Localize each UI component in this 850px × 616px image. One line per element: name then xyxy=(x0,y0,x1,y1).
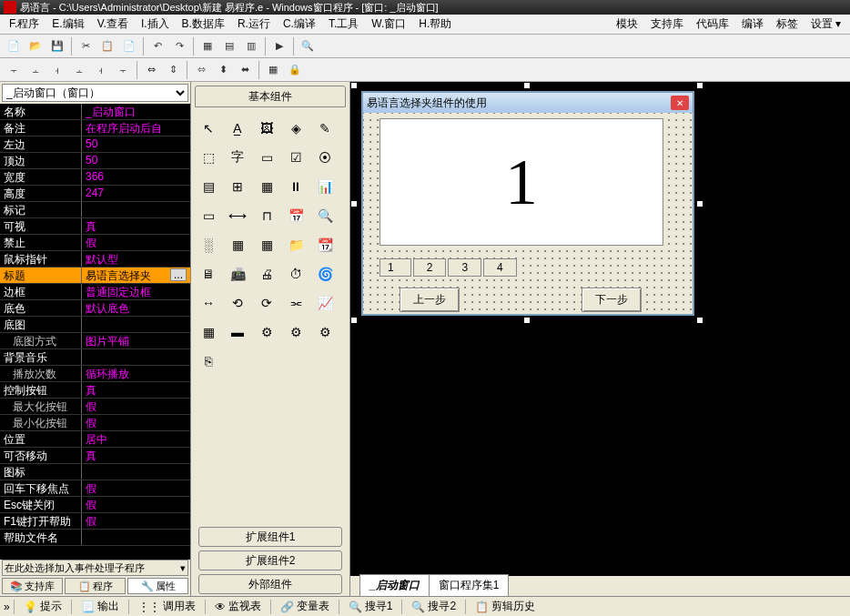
property-value[interactable]: 247 xyxy=(82,186,190,201)
tab-properties[interactable]: 🔧属性 xyxy=(127,578,188,594)
property-value[interactable]: 循环播放 xyxy=(82,366,190,381)
object-selector[interactable]: _启动窗口（窗口） xyxy=(2,84,188,102)
property-row[interactable]: 边框普通固定边框 xyxy=(0,284,190,300)
property-value[interactable]: 假 xyxy=(82,513,190,529)
property-value[interactable]: 在程序启动后自 xyxy=(82,120,190,136)
bottom-cliphistory[interactable]: 📋剪辑历史 xyxy=(470,597,541,616)
layout1-button[interactable]: ▦ xyxy=(197,36,218,56)
component-item-10[interactable]: ▤ xyxy=(197,175,220,198)
component-item-23[interactable]: 📁 xyxy=(284,233,308,257)
property-value[interactable]: 居中 xyxy=(82,431,190,447)
designer-tab-programset[interactable]: 窗口程序集1 xyxy=(429,574,510,596)
align-right-icon[interactable]: ⫞ xyxy=(47,60,67,80)
property-value[interactable]: 真 xyxy=(82,218,190,234)
save-button[interactable]: 💾 xyxy=(47,36,67,56)
property-row[interactable]: 宽度366 xyxy=(0,169,190,186)
bottom-output[interactable]: 📃输出 xyxy=(76,597,125,616)
bottom-vars[interactable]: 🔗变量表 xyxy=(275,597,335,616)
bottom-search1[interactable]: 🔍搜寻1 xyxy=(343,597,399,616)
property-grid[interactable]: 名称_启动窗口备注在程序启动后自左边50顶边50宽度366高度247标记可视真禁… xyxy=(0,104,190,560)
close-icon[interactable]: ✕ xyxy=(671,96,689,110)
component-item-33[interactable]: ⫘ xyxy=(284,291,308,315)
align-top-icon[interactable]: ⫠ xyxy=(69,60,89,80)
property-row[interactable]: 底图 xyxy=(0,317,190,333)
property-row[interactable]: 备注在程序启动后自 xyxy=(0,120,190,136)
tab-support[interactable]: 📚支持库 xyxy=(2,578,63,594)
menu-run[interactable]: R.运行 xyxy=(232,15,276,34)
external-comp[interactable]: 外部组件 xyxy=(198,574,342,594)
menu-view[interactable]: V.查看 xyxy=(92,15,134,34)
component-item-31[interactable]: ⟲ xyxy=(226,291,249,315)
property-row[interactable]: 位置居中 xyxy=(0,431,190,448)
property-row[interactable]: 可视真 xyxy=(0,218,190,235)
menu-insert[interactable]: I.插入 xyxy=(136,15,175,34)
component-item-18[interactable]: 📅 xyxy=(284,204,308,227)
component-item-37[interactable]: ⚙ xyxy=(255,320,278,344)
property-value[interactable]: 假 xyxy=(82,399,190,414)
menu-tags[interactable]: 标签 xyxy=(771,15,804,34)
layout2-button[interactable]: ▤ xyxy=(219,36,239,56)
align-left-icon[interactable]: ⫟ xyxy=(4,60,24,80)
property-row[interactable]: 控制按钮真 xyxy=(0,382,190,399)
component-header[interactable]: 基本组件 xyxy=(195,86,346,107)
component-item-5[interactable]: ⬚ xyxy=(197,146,220,169)
component-item-28[interactable]: ⏱ xyxy=(284,262,308,286)
property-value[interactable]: 默认底色 xyxy=(82,300,190,316)
property-value[interactable]: 50 xyxy=(82,153,190,168)
property-row[interactable]: 左边50 xyxy=(0,136,190,153)
menu-database[interactable]: B.数据库 xyxy=(177,15,230,34)
property-value[interactable]: 假 xyxy=(82,235,190,250)
next-button[interactable]: 下一步 xyxy=(582,288,642,312)
property-value[interactable]: 普通固定边框 xyxy=(82,284,190,299)
property-row[interactable]: 帮助文件名 xyxy=(0,530,190,546)
component-item-6[interactable]: 字 xyxy=(226,146,249,169)
dist-v-icon[interactable]: ⇕ xyxy=(163,60,183,80)
component-item-24[interactable]: 📆 xyxy=(313,233,337,257)
prev-button[interactable]: 上一步 xyxy=(400,288,460,312)
property-value[interactable]: 易语言选择夹... xyxy=(82,268,190,283)
bottom-calltable[interactable]: ⋮⋮调用表 xyxy=(133,597,201,616)
menu-window[interactable]: W.窗口 xyxy=(366,15,411,34)
property-value[interactable]: 图片平铺 xyxy=(82,333,190,348)
component-item-2[interactable]: 🖼 xyxy=(255,116,278,140)
property-row[interactable]: 回车下移焦点假 xyxy=(0,480,190,497)
menu-edit[interactable]: E.编辑 xyxy=(46,15,89,34)
display-label[interactable]: 1 xyxy=(379,118,663,246)
component-item-13[interactable]: ⏸ xyxy=(284,175,308,198)
property-value[interactable]: _启动窗口 xyxy=(82,104,190,119)
tab-2[interactable]: 2 xyxy=(413,258,447,277)
component-item-3[interactable]: ◈ xyxy=(284,116,308,140)
property-value[interactable] xyxy=(82,530,190,545)
ext-comp-1[interactable]: 扩展组件1 xyxy=(198,527,342,547)
ellipsis-button[interactable]: ... xyxy=(170,268,187,281)
form-designer[interactable]: 易语言选择夹组件的使用 ✕ 1 1 2 3 4 上一步 下一步 xyxy=(361,91,694,316)
open-button[interactable]: 📂 xyxy=(25,36,46,56)
property-row[interactable]: 图标 xyxy=(0,464,190,480)
designer-tab-startup[interactable]: _启动窗口 xyxy=(359,574,430,596)
bottom-hint[interactable]: 💡提示 xyxy=(18,597,67,616)
property-value[interactable]: 真 xyxy=(82,448,190,463)
property-row[interactable]: 高度247 xyxy=(0,186,190,202)
property-row[interactable]: 禁止假 xyxy=(0,235,190,251)
bottom-watch[interactable]: 👁监视表 xyxy=(209,597,267,616)
property-row[interactable]: 播放次数循环播放 xyxy=(0,366,190,382)
property-value[interactable]: 366 xyxy=(82,169,190,185)
property-row[interactable]: 鼠标指针默认型 xyxy=(0,251,190,268)
bottom-search2[interactable]: 🔍搜寻2 xyxy=(406,597,461,616)
run-button[interactable]: ▶ xyxy=(269,36,289,56)
component-item-30[interactable]: ↔ xyxy=(197,291,220,315)
size-h-icon[interactable]: ⬍ xyxy=(213,60,233,80)
layout3-button[interactable]: ▥ xyxy=(241,36,261,56)
find-button[interactable]: 🔍 xyxy=(298,36,318,56)
property-value[interactable] xyxy=(82,202,190,217)
component-item-21[interactable]: ▦ xyxy=(226,233,249,257)
component-item-25[interactable]: 🖥 xyxy=(197,262,220,286)
property-row[interactable]: Esc键关闭假 xyxy=(0,497,190,513)
property-row[interactable]: 最小化按钮假 xyxy=(0,415,190,431)
dist-h-icon[interactable]: ⇔ xyxy=(141,60,161,80)
property-value[interactable]: 真 xyxy=(82,382,190,398)
property-row[interactable]: 标记 xyxy=(0,202,190,218)
component-item-22[interactable]: ▦ xyxy=(255,233,278,257)
event-selector[interactable]: 在此处选择加入事件处理子程序▾ xyxy=(2,560,188,576)
menu-settings[interactable]: 设置 ▾ xyxy=(805,15,846,34)
